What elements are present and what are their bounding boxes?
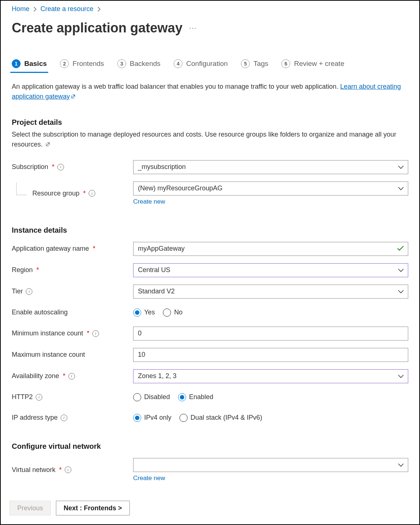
subscription-select[interactable]: _mysubscription: [133, 160, 408, 174]
tab-basics[interactable]: 1Basics: [12, 59, 47, 73]
iptype-radio-ipv4-only[interactable]: IPv4 only: [133, 414, 171, 422]
radio-icon: [178, 393, 186, 401]
tab-label: Configuration: [186, 60, 228, 68]
required-icon: *: [36, 266, 39, 274]
page-title: Create application gateway: [12, 20, 182, 36]
info-icon[interactable]: i: [57, 164, 64, 170]
iptype-radio-group: IPv4 onlyDual stack (IPv4 & IPv6): [133, 414, 408, 422]
radio-icon: [163, 309, 171, 317]
tab-configuration[interactable]: 4Configuration: [174, 59, 228, 73]
wizard-footer: Previous Next : Frontends >: [1, 501, 419, 524]
required-icon: *: [63, 372, 65, 380]
create-new-vnet-link[interactable]: Create new: [133, 475, 165, 482]
appgw-name-label: Application gateway name: [12, 245, 89, 253]
min-count-label: Minimum instance count: [12, 330, 83, 337]
step-number-icon: 6: [281, 59, 290, 68]
tab-label: Review + create: [294, 60, 344, 68]
step-number-icon: 2: [60, 59, 69, 68]
radio-label: IPv4 only: [144, 414, 171, 422]
info-icon[interactable]: i: [89, 190, 95, 197]
tab-backends[interactable]: 3Backends: [117, 59, 160, 73]
info-icon[interactable]: i: [65, 466, 71, 473]
max-count-input[interactable]: [133, 348, 408, 362]
step-number-icon: 1: [12, 59, 21, 68]
autoscale-radio-no[interactable]: No: [163, 309, 182, 317]
resource-group-select[interactable]: (New) myResourceGroupAG: [133, 182, 408, 195]
step-number-icon: 4: [174, 59, 182, 68]
section-project-desc: Select the subscription to manage deploy…: [12, 130, 408, 150]
intro-text: An application gateway is a web traffic …: [12, 82, 408, 102]
required-icon: *: [52, 163, 54, 171]
breadcrumb-create-resource[interactable]: Create a resource: [40, 5, 93, 13]
max-count-label: Maximum instance count: [12, 351, 85, 359]
more-actions-button[interactable]: ···: [188, 23, 198, 34]
breadcrumb-home[interactable]: Home: [12, 5, 29, 13]
chevron-right-icon: [97, 7, 101, 12]
external-link-icon: [45, 140, 50, 150]
tab-tags[interactable]: 5Tags: [241, 59, 268, 73]
info-icon[interactable]: i: [61, 415, 67, 421]
required-icon: *: [87, 330, 89, 337]
iptype-radio-dual-stack-ipv4-ipv6-[interactable]: Dual stack (IPv4 & IPv6): [179, 414, 262, 422]
tab-label: Basics: [24, 60, 47, 68]
http2-radio-enabled[interactable]: Enabled: [178, 393, 213, 401]
appgw-name-input[interactable]: [133, 242, 408, 256]
tab-frontends[interactable]: 2Frontends: [60, 59, 104, 73]
autoscale-label: Enable autoscaling: [12, 309, 68, 316]
section-project-details: Project details: [12, 118, 408, 127]
radio-label: Enabled: [189, 393, 213, 401]
vnet-select[interactable]: [133, 458, 408, 472]
section-vnet: Configure virtual network: [12, 442, 408, 451]
required-icon: *: [83, 190, 86, 197]
tier-label: Tier: [12, 288, 23, 295]
radio-icon: [133, 393, 141, 401]
breadcrumb: Home Create a resource: [12, 5, 408, 13]
http2-radio-disabled[interactable]: Disabled: [133, 393, 170, 401]
info-icon[interactable]: i: [68, 373, 75, 380]
previous-button: Previous: [10, 501, 51, 515]
info-icon[interactable]: i: [92, 330, 99, 337]
tier-select[interactable]: Standard V2: [133, 285, 408, 299]
radio-label: Disabled: [144, 393, 170, 401]
resource-group-label: Resource group: [32, 190, 79, 197]
external-link-icon: [71, 92, 76, 102]
chevron-right-icon: [33, 7, 37, 12]
radio-label: No: [174, 309, 182, 316]
tab-label: Backends: [130, 60, 160, 68]
step-number-icon: 5: [241, 59, 250, 68]
radio-icon: [179, 414, 188, 422]
checkmark-icon: [397, 245, 404, 253]
tab-review-create[interactable]: 6Review + create: [281, 59, 344, 73]
required-icon: *: [59, 466, 62, 474]
info-icon[interactable]: i: [26, 288, 32, 295]
tab-label: Tags: [253, 60, 268, 68]
create-new-rg-link[interactable]: Create new: [133, 198, 165, 205]
wizard-tabs: 1Basics2Frontends3Backends4Configuration…: [12, 59, 408, 73]
radio-label: Dual stack (IPv4 & IPv6): [191, 414, 262, 422]
autoscale-radio-group: YesNo: [133, 309, 408, 317]
region-select[interactable]: Central US: [133, 263, 408, 277]
radio-label: Yes: [144, 309, 155, 316]
step-number-icon: 3: [117, 59, 126, 68]
tab-label: Frontends: [72, 60, 104, 68]
required-icon: *: [93, 245, 95, 253]
avail-zone-select[interactable]: Zones 1, 2, 3: [133, 369, 408, 383]
next-button[interactable]: Next : Frontends >: [56, 501, 130, 515]
radio-icon: [133, 309, 141, 317]
tree-elbow-icon: [16, 182, 27, 195]
info-icon[interactable]: i: [36, 394, 42, 401]
radio-icon: [133, 414, 141, 422]
http2-label: HTTP2: [12, 393, 33, 401]
min-count-input[interactable]: [133, 327, 408, 341]
iptype-label: IP address type: [12, 414, 58, 422]
region-label: Region: [12, 266, 33, 274]
autoscale-radio-yes[interactable]: Yes: [133, 309, 155, 317]
http2-radio-group: DisabledEnabled: [133, 393, 408, 401]
avail-zone-label: Availability zone: [12, 372, 59, 380]
vnet-label: Virtual network: [12, 466, 56, 474]
subscription-label: Subscription: [12, 163, 48, 171]
section-instance-details: Instance details: [12, 226, 408, 235]
